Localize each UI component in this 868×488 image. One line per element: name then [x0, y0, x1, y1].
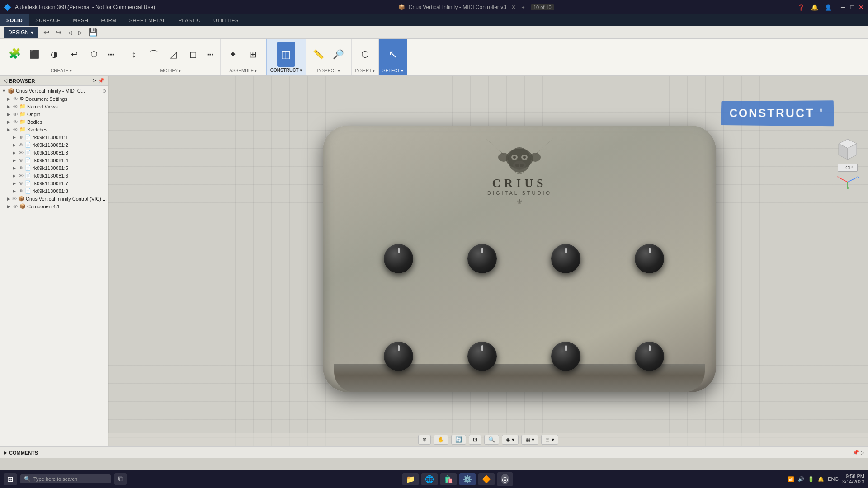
close-button[interactable]: ✕ [858, 4, 864, 10]
nav-save[interactable]: 💾 [86, 27, 100, 38]
create-extrude-btn[interactable]: ⬛ [25, 42, 43, 67]
modify-arrow[interactable]: ▾ [179, 68, 181, 73]
view-cube-top-label[interactable]: TOP [838, 164, 858, 172]
eye-icon-part3[interactable]: 👁 [19, 150, 24, 155]
select-arrow[interactable]: ▾ [401, 68, 403, 73]
browser-collapse-icon[interactable]: ◁ [4, 78, 7, 83]
create-loft-btn[interactable]: ⬡ [85, 42, 103, 67]
tree-item-named-views[interactable]: ▶ 👁 📁 Named Views [0, 103, 108, 110]
taskbar-browser[interactable]: 🌐 [421, 473, 438, 485]
tree-item-origin[interactable]: ▶ 👁 📁 Origin [0, 110, 108, 118]
taskbar-app6[interactable]: 🔶 [478, 473, 495, 485]
eye-icon-sketches[interactable]: 👁 [13, 127, 18, 132]
vp-display-btn[interactable]: ◈ ▾ [502, 435, 518, 445]
eye-icon-bodies[interactable]: 👁 [13, 119, 18, 125]
eye-icon-control[interactable]: 👁 [12, 196, 17, 202]
eye-icon-doc[interactable]: 👁 [13, 96, 18, 102]
search-box[interactable]: 🔍 [20, 474, 111, 483]
eye-icon-part6[interactable]: 👁 [19, 173, 24, 178]
create-new-component-btn[interactable]: 🧩 [5, 42, 24, 67]
eye-icon-part7[interactable]: 👁 [19, 181, 24, 186]
start-button[interactable]: ⊞ [4, 473, 17, 485]
search-input[interactable] [33, 476, 101, 482]
modify-chamfer-btn[interactable]: ◿ [165, 42, 183, 67]
eye-icon-part2[interactable]: 👁 [19, 142, 24, 148]
nav-undo[interactable]: ↩ [41, 27, 52, 38]
vp-grid-btn[interactable]: ▦ ▾ [521, 435, 538, 445]
tree-item-part8[interactable]: ▶ 👁 📄 rk09k1130081:8 [0, 187, 108, 195]
browser-expand-icon[interactable]: ▷ [93, 78, 96, 84]
select-tool-btn[interactable]: ↖ [384, 42, 402, 67]
modify-shell-btn[interactable]: ◻ [184, 42, 203, 67]
modify-press-pull-btn[interactable]: ↕ [125, 42, 143, 67]
eye-icon-part8[interactable]: 👁 [19, 188, 24, 194]
tab-solid[interactable]: SOLID [0, 14, 29, 26]
comments-pin-icon[interactable]: 📌 [853, 450, 859, 455]
tab-surface[interactable]: SURFACE [29, 14, 66, 26]
sound-icon[interactable]: 🔊 [798, 476, 804, 482]
tree-item-part4[interactable]: ▶ 👁 📄 rk09k1130081:4 [0, 156, 108, 164]
viewport[interactable]: CONSTRUCT ' TOP X Y [108, 76, 868, 446]
view-cube-svg[interactable] [834, 135, 861, 162]
vp-orbit-btn[interactable]: 🔄 [451, 435, 466, 445]
comments-expand-icon[interactable]: ▶ [4, 450, 7, 455]
tree-item-part3[interactable]: ▶ 👁 📄 rk09k1130081:3 [0, 149, 108, 156]
create-revolve-btn[interactable]: ◑ [45, 42, 63, 67]
tree-item-bodies[interactable]: ▶ 👁 📁 Bodies [0, 118, 108, 126]
construct-plane-btn[interactable]: ◫ [277, 42, 295, 67]
eye-icon-origin[interactable]: 👁 [13, 112, 18, 117]
taskbar-file-explorer[interactable]: 📁 [402, 473, 419, 485]
tree-item-root[interactable]: ▼ 📦 Crius Vertical Infinity - MIDI C... … [0, 87, 108, 95]
construct-arrow[interactable]: ▾ [300, 68, 302, 73]
assemble-arrow[interactable]: ▾ [255, 68, 257, 73]
eye-icon-part4[interactable]: 👁 [19, 158, 24, 163]
create-arrow[interactable]: ▾ [70, 68, 72, 73]
notification-icon[interactable]: 🔔 [811, 4, 818, 11]
vp-viewport-btn[interactable]: ⊟ ▾ [541, 435, 558, 445]
create-more-btn[interactable]: ▪▪▪ [105, 42, 117, 67]
browser-pin-icon[interactable]: 📌 [98, 78, 104, 84]
tree-item-part5[interactable]: ▶ 👁 📄 rk09k1130081:5 [0, 164, 108, 172]
tree-item-part6[interactable]: ▶ 👁 📄 rk09k1130081:6 [0, 172, 108, 179]
inspect-more-btn[interactable]: 🔎 [330, 42, 348, 67]
tree-item-sketches[interactable]: ▶ 👁 📁 Sketches [0, 126, 108, 133]
tree-item-part1[interactable]: ▶ 👁 📄 rk09k1130081:1 [0, 133, 108, 141]
eye-icon-part1[interactable]: 👁 [19, 135, 24, 140]
vp-cursor-btn[interactable]: ⊕ [418, 435, 431, 445]
tab-sheet-metal[interactable]: SHEET METAL [123, 14, 172, 26]
insert-arrow[interactable]: ▾ [373, 68, 375, 73]
tab-utilities[interactable]: UTILITIES [207, 14, 245, 26]
nav-forward[interactable]: ▷ [75, 28, 85, 37]
tab-add-icon[interactable]: ＋ [520, 4, 526, 10]
tab-mesh[interactable]: MESH [67, 14, 95, 26]
vp-zoom-fit-btn[interactable]: ⊡ [469, 435, 481, 445]
taskbar-store[interactable]: 🛍️ [440, 473, 457, 485]
tree-item-control[interactable]: ▶ 👁 📦 Crius Vertical Infinity Control (V… [0, 195, 108, 202]
tree-item-part7[interactable]: ▶ 👁 📄 rk09k1130081:7 [0, 179, 108, 187]
eye-icon-views[interactable]: 👁 [13, 104, 18, 109]
nav-back[interactable]: ◁ [65, 28, 75, 37]
eye-icon-part5[interactable]: 👁 [19, 165, 24, 171]
design-dropdown[interactable]: DESIGN ▾ [4, 27, 38, 38]
battery-icon[interactable]: 🔋 [808, 476, 814, 482]
inspect-arrow[interactable]: ▾ [338, 68, 340, 73]
tree-item-part2[interactable]: ▶ 👁 📄 rk09k1130081:2 [0, 141, 108, 149]
nav-redo[interactable]: ↪ [53, 27, 64, 38]
tree-item-comp4[interactable]: ▶ 👁 📦 Component4:1 [0, 202, 108, 210]
inspect-measure-btn[interactable]: 📏 [310, 42, 328, 67]
tab-plastic[interactable]: PLASTIC [172, 14, 207, 26]
modify-more-btn[interactable]: ▪▪▪ [204, 42, 217, 67]
vp-zoom-window-btn[interactable]: 🔍 [484, 435, 499, 445]
root-options-icon[interactable]: ⊕ [102, 88, 106, 94]
taskbar-task-view[interactable]: ⧉ [114, 473, 127, 485]
taskbar-cortana[interactable]: ◎ [497, 472, 513, 486]
minimize-button[interactable]: ─ [840, 4, 846, 10]
tab-form[interactable]: FORM [94, 14, 123, 26]
assemble-joint-btn[interactable]: ✦ [224, 42, 242, 67]
create-sweep-btn[interactable]: ↩ [65, 42, 83, 67]
eye-icon-comp4[interactable]: 👁 [13, 204, 18, 209]
tab-close-icon[interactable]: ✕ [511, 4, 516, 10]
help-icon[interactable]: ❓ [797, 4, 805, 11]
notification-area[interactable]: 🔔 [818, 476, 824, 482]
assemble-rigid-btn[interactable]: ⊞ [244, 42, 262, 67]
